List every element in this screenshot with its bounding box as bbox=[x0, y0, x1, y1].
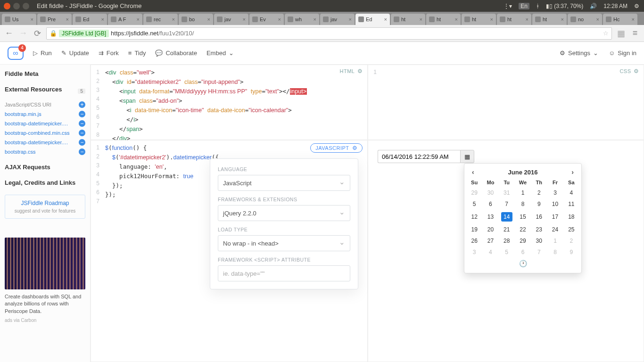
close-icon[interactable]: × bbox=[172, 16, 175, 22]
browser-tab[interactable]: Ed× bbox=[355, 14, 390, 25]
browser-tab[interactable]: Hc× bbox=[603, 14, 637, 25]
settings-button[interactable]: ⚙Settings⌄ bbox=[560, 49, 598, 57]
browser-tab[interactable]: ht× bbox=[497, 14, 531, 25]
ad-image[interactable] bbox=[5, 238, 85, 289]
close-icon[interactable]: × bbox=[207, 16, 210, 22]
calendar-day[interactable]: 13 bbox=[482, 210, 498, 224]
close-icon[interactable]: × bbox=[314, 16, 316, 22]
calendar-day[interactable]: 22 bbox=[515, 224, 531, 235]
current-month-label[interactable]: June 2016 bbox=[508, 169, 538, 176]
calendar-day[interactable]: 20 bbox=[482, 224, 498, 235]
forward-button[interactable]: → bbox=[18, 28, 28, 39]
bookmark-star-icon[interactable]: ☆ bbox=[603, 30, 609, 37]
remove-resource-button[interactable]: − bbox=[79, 139, 85, 146]
window-maximize-button[interactable] bbox=[23, 3, 29, 9]
calendar-day[interactable]: 9 bbox=[563, 247, 579, 258]
chrome-menu-button[interactable]: ≡ bbox=[630, 28, 640, 39]
calendar-day[interactable]: 8 bbox=[547, 247, 563, 258]
roadmap-card[interactable]: JSFiddle Roadmap suggest and vote for fe… bbox=[5, 195, 85, 219]
close-icon[interactable]: × bbox=[101, 16, 104, 22]
close-icon[interactable]: × bbox=[384, 16, 387, 22]
calendar-day[interactable]: 3 bbox=[547, 187, 563, 198]
external-resource-item[interactable]: bootstrap-datetimepicker.min.js− bbox=[5, 120, 85, 127]
css-pane-label[interactable]: CSS bbox=[619, 68, 631, 74]
browser-tab[interactable]: ht× bbox=[462, 14, 496, 25]
bluetooth-icon[interactable]: ᚼ bbox=[536, 3, 539, 9]
calendar-day[interactable]: 26 bbox=[466, 235, 482, 247]
collaborate-button[interactable]: 💬Collaborate bbox=[155, 49, 197, 57]
calendar-day[interactable]: 5 bbox=[466, 198, 482, 210]
add-resource-button[interactable]: + bbox=[79, 101, 85, 108]
external-resource-item[interactable]: bootstrap-combined.min.css− bbox=[5, 130, 85, 136]
calendar-day[interactable]: 28 bbox=[499, 235, 515, 247]
browser-tab[interactable]: jav× bbox=[320, 14, 355, 25]
external-resource-item[interactable]: bootstrap-datetimepicker.min.css− bbox=[5, 139, 85, 146]
calendar-day[interactable]: 27 bbox=[482, 235, 498, 247]
external-resource-item[interactable]: bootstrap.min.js− bbox=[5, 111, 85, 117]
calendar-day[interactable]: 16 bbox=[531, 210, 547, 224]
clock[interactable]: 12:28 AM bbox=[603, 3, 627, 9]
calendar-day[interactable]: 18 bbox=[563, 210, 579, 224]
fiddle-meta-heading[interactable]: Fiddle Meta bbox=[5, 70, 85, 77]
close-icon[interactable]: × bbox=[632, 16, 635, 22]
fork-button[interactable]: ⇉Fork bbox=[99, 49, 119, 57]
browser-tab[interactable]: jav× bbox=[214, 14, 248, 25]
browser-tab[interactable]: rec× bbox=[143, 14, 178, 25]
ajax-requests-heading[interactable]: AJAX Requests bbox=[5, 164, 85, 171]
calendar-day[interactable]: 12 bbox=[466, 210, 482, 224]
calendar-day[interactable]: 9 bbox=[531, 198, 547, 210]
close-icon[interactable]: × bbox=[243, 16, 246, 22]
calendar-day[interactable]: 5 bbox=[499, 247, 515, 258]
calendar-day[interactable]: 30 bbox=[531, 235, 547, 247]
remove-resource-button[interactable]: − bbox=[79, 120, 85, 127]
volume-icon[interactable]: 🔊 bbox=[590, 3, 597, 9]
calendar-day[interactable]: 23 bbox=[531, 224, 547, 235]
calendar-day[interactable]: 4 bbox=[563, 187, 579, 198]
close-icon[interactable]: × bbox=[66, 16, 69, 22]
calendar-day[interactable]: 11 bbox=[563, 198, 579, 210]
close-icon[interactable]: × bbox=[31, 16, 33, 22]
calendar-day[interactable]: 4 bbox=[482, 247, 498, 258]
battery-indicator[interactable]: ▮▯ (3:37, 70%) bbox=[546, 3, 583, 9]
remove-resource-button[interactable]: − bbox=[79, 148, 85, 155]
system-gear-icon[interactable]: ⚙ bbox=[634, 3, 639, 9]
browser-tab[interactable]: Ev× bbox=[249, 14, 284, 25]
close-icon[interactable]: × bbox=[526, 16, 528, 22]
ad-attribution[interactable]: ads via Carbon bbox=[5, 318, 85, 323]
calendar-day[interactable]: 6 bbox=[482, 198, 498, 210]
calendar-day[interactable]: 7 bbox=[499, 198, 515, 210]
jsfiddle-logo[interactable]: ∞4 bbox=[8, 47, 24, 60]
prev-month-button[interactable]: ‹ bbox=[469, 168, 477, 176]
result-pane[interactable]: ▦ ‹ June 2016 › SuMoTuWeThFrSa 293031123… bbox=[368, 140, 644, 362]
calendar-day[interactable]: 21 bbox=[499, 224, 515, 235]
browser-tab[interactable]: Ed× bbox=[73, 14, 107, 25]
close-icon[interactable]: × bbox=[596, 16, 599, 22]
legal-heading[interactable]: Legal, Credits and Links bbox=[5, 179, 85, 186]
close-icon[interactable]: × bbox=[561, 16, 564, 22]
calendar-day[interactable]: 1 bbox=[515, 187, 531, 198]
remove-resource-button[interactable]: − bbox=[79, 130, 85, 136]
calendar-day[interactable]: 3 bbox=[466, 247, 482, 258]
calendar-day[interactable]: 7 bbox=[531, 247, 547, 258]
run-button[interactable]: ▷Run bbox=[33, 49, 52, 57]
calendar-day[interactable]: 2 bbox=[531, 187, 547, 198]
calendar-day[interactable]: 15 bbox=[515, 210, 531, 224]
script-attr-input[interactable]: ie. data-type="" bbox=[218, 265, 350, 281]
close-icon[interactable]: × bbox=[137, 16, 140, 22]
external-resource-item[interactable]: bootstrap.css− bbox=[5, 148, 85, 155]
update-button[interactable]: ✎Update bbox=[61, 49, 89, 57]
calendar-day[interactable]: 29 bbox=[466, 187, 482, 198]
reload-button[interactable]: ⟳ bbox=[32, 28, 42, 39]
calendar-day[interactable]: 6 bbox=[515, 247, 531, 258]
embed-button[interactable]: Embed⌄ bbox=[206, 49, 234, 57]
signin-button[interactable]: ☺Sign in bbox=[609, 49, 636, 57]
address-bar[interactable]: 🔒 JSFiddle Ltd [GB] https://jsfiddle.net… bbox=[46, 27, 612, 40]
calendar-day[interactable]: 2 bbox=[563, 235, 579, 247]
html-code-editor[interactable]: <div class="well"> <div id="datetimepick… bbox=[105, 68, 364, 143]
external-resources-heading[interactable]: External Resources bbox=[5, 86, 62, 93]
browser-tab[interactable]: ht× bbox=[532, 14, 567, 25]
browser-tab[interactable]: bo× bbox=[179, 14, 213, 25]
calendar-day[interactable]: 17 bbox=[547, 210, 563, 224]
calendar-day[interactable]: 29 bbox=[515, 235, 531, 247]
gear-icon[interactable]: ⚙ bbox=[634, 68, 639, 74]
